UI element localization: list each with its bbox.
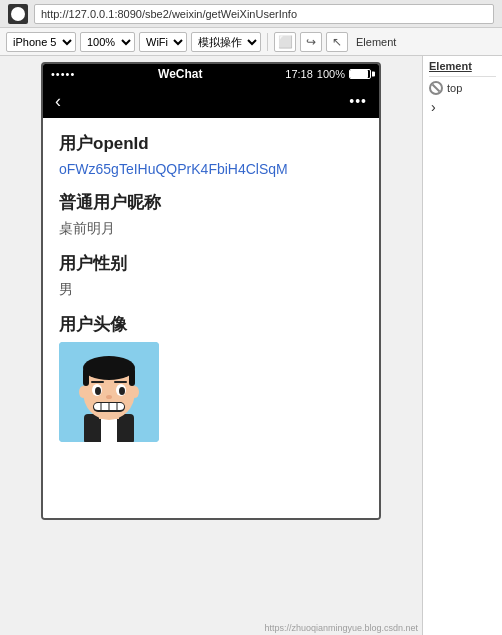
status-right: 17:18 100%	[285, 68, 371, 80]
open-id-value: oFWz65gTeIHuQQPrK4FbiH4ClSqM	[59, 161, 363, 177]
no-entry-icon	[429, 81, 443, 95]
svg-point-11	[119, 387, 125, 395]
app-name: WeChat	[158, 67, 202, 81]
more-button[interactable]: •••	[349, 93, 367, 109]
favicon	[8, 4, 28, 24]
svg-point-10	[95, 387, 101, 395]
battery-icon	[349, 69, 371, 79]
inspect-icon: ↪	[306, 35, 316, 49]
element-tab-label[interactable]: Element	[356, 36, 396, 48]
svg-point-5	[83, 356, 135, 380]
zoom-select[interactable]: 100%	[80, 32, 135, 52]
svg-rect-6	[83, 368, 89, 386]
svg-point-20	[79, 386, 87, 398]
avatar-image	[59, 342, 159, 442]
svg-rect-7	[129, 368, 135, 386]
toolbar-separator	[267, 33, 268, 51]
open-id-label: 用户openId	[59, 132, 363, 155]
battery-fill	[350, 70, 368, 78]
battery-percent: 100%	[317, 68, 345, 80]
phone-frame: ••••• WeChat 17:18 100% ‹ ••• 用户openId o…	[41, 62, 381, 520]
top-text: top	[447, 82, 462, 94]
svg-point-21	[131, 386, 139, 398]
address-text: http://127.0.0.1:8090/sbe2/weixin/getWei…	[41, 8, 297, 20]
browser-top-bar: http://127.0.0.1:8090/sbe2/weixin/getWei…	[0, 0, 502, 28]
signal-dots: •••••	[51, 68, 75, 80]
cursor-icon-btn[interactable]: ↖	[326, 32, 348, 52]
main-area: ••••• WeChat 17:18 100% ‹ ••• 用户openId o…	[0, 56, 422, 635]
device-select[interactable]: iPhone 5	[6, 32, 76, 52]
gender-label: 用户性别	[59, 252, 363, 275]
back-button[interactable]: ‹	[55, 91, 61, 112]
phone-nav-bar: ‹ •••	[43, 84, 379, 118]
screen-icon-btn[interactable]: ⬜	[274, 32, 296, 52]
svg-point-14	[106, 395, 112, 399]
right-panel-tabs: Element	[429, 60, 496, 77]
simulate-select[interactable]: 模拟操作	[191, 32, 261, 52]
browser-toolbar: iPhone 5 100% WiFi 模拟操作 ⬜ ↪ ↖ Element	[0, 28, 502, 56]
phone-status-bar: ••••• WeChat 17:18 100%	[43, 64, 379, 84]
screen-icon: ⬜	[278, 35, 293, 49]
inspect-icon-btn[interactable]: ↪	[300, 32, 322, 52]
right-panel-top-row: top	[429, 77, 496, 95]
gender-value: 男	[59, 281, 363, 299]
watermark: https://zhuoqianmingyue.blog.csdn.net	[264, 623, 418, 633]
address-bar[interactable]: http://127.0.0.1:8090/sbe2/weixin/getWei…	[34, 4, 494, 24]
favicon-inner	[11, 7, 25, 21]
elements-tab[interactable]: Element	[429, 60, 472, 72]
nickname-value: 桌前明月	[59, 220, 363, 238]
cursor-icon: ↖	[332, 35, 342, 49]
network-select[interactable]: WiFi	[139, 32, 187, 52]
right-panel: Element top ›	[422, 56, 502, 635]
nickname-label: 普通用户昵称	[59, 191, 363, 214]
avatar-svg	[59, 342, 159, 442]
avatar-label: 用户头像	[59, 313, 363, 336]
phone-content: 用户openId oFWz65gTeIHuQQPrK4FbiH4ClSqM 普通…	[43, 118, 379, 518]
right-panel-arrow: ›	[429, 95, 496, 115]
status-time: 17:18	[285, 68, 313, 80]
